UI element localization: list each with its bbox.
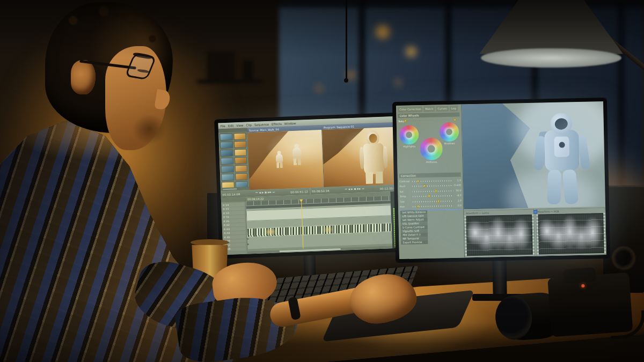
menu-item[interactable]: File	[220, 124, 225, 127]
menu-item[interactable]: Edit	[228, 124, 234, 127]
lamp-cord-tip	[344, 78, 348, 83]
panel-tab[interactable]: Curves	[436, 106, 449, 112]
panel-tab[interactable]: Match	[423, 106, 435, 112]
right-screen-glow	[386, 102, 633, 279]
clip-thumbnail[interactable]	[219, 133, 232, 141]
panel-tab[interactable]: Color Correction	[398, 106, 422, 113]
bokeh-light	[406, 46, 416, 57]
camera-strap	[609, 310, 644, 339]
bokeh-light	[347, 71, 355, 79]
photo-scene: FileEditViewClipSequenceEffectsWindow So…	[0, 0, 644, 362]
coffee-cup-rim	[191, 239, 229, 246]
shelf-silhouette	[197, 46, 262, 88]
bokeh-light	[316, 85, 323, 92]
pendant-lamp-diffuser	[481, 48, 621, 68]
bokeh-light	[376, 25, 390, 39]
panel-tabs: Color CorrectionMatchCurvesLog	[398, 106, 459, 113]
lamp-cord	[346, 0, 347, 80]
range-handle[interactable]	[404, 120, 406, 122]
beard-shadow	[127, 109, 172, 149]
menu-item[interactable]: Clip	[246, 123, 252, 127]
man-ear	[71, 60, 96, 94]
menu-item[interactable]: View	[236, 123, 243, 127]
camera-prism-hump	[563, 267, 596, 283]
bokeh-light	[395, 79, 401, 86]
